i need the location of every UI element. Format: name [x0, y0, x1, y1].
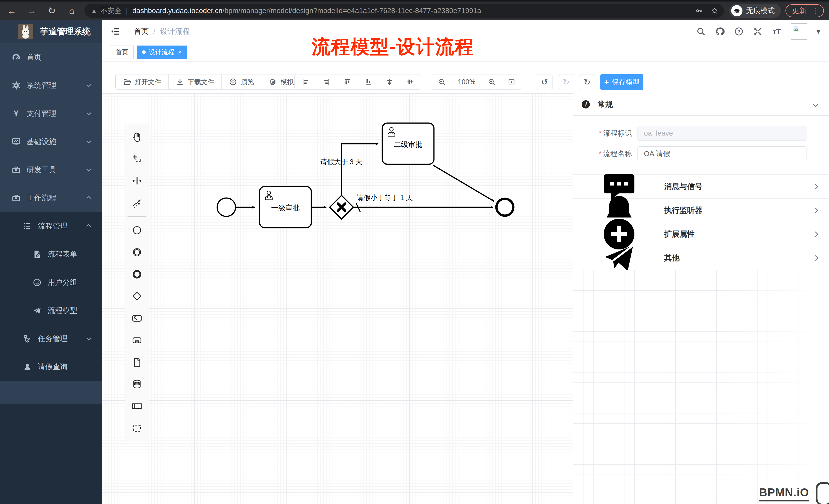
global-connect-tool-icon[interactable] [125, 192, 149, 214]
process-name-input[interactable] [638, 146, 806, 161]
browser-nav-buttons: ←→↻⌂ [0, 5, 84, 16]
chevron-icon [86, 224, 91, 228]
create-group-icon[interactable] [125, 417, 149, 439]
page-title: 流程模型-设计流程 [312, 34, 474, 60]
back-icon[interactable]: ← [7, 5, 17, 16]
create-start-event-icon[interactable] [125, 219, 149, 241]
sidebar-item-label: 系统管理 [27, 80, 56, 90]
lasso-tool-icon[interactable] [125, 148, 149, 170]
zoom-button-group: 100% [431, 74, 521, 89]
chevron-right-icon [813, 184, 818, 189]
sidebar-item-user-group[interactable]: 用户分组 [0, 268, 102, 297]
tab-home[interactable]: 首页 [110, 45, 134, 59]
end-event[interactable] [497, 199, 513, 216]
space-tool-icon[interactable] [125, 170, 149, 192]
start-event[interactable] [217, 198, 236, 217]
align-center-horizontal-icon[interactable] [379, 74, 400, 89]
search-icon[interactable] [696, 27, 706, 36]
align-right-icon[interactable] [316, 74, 337, 89]
sidebar-item-infra[interactable]: 基础设施 [0, 128, 102, 156]
sidebar-item-payment[interactable]: 支付管理 [0, 100, 102, 128]
github-icon[interactable] [715, 27, 725, 36]
font-size-icon[interactable] [772, 27, 782, 36]
sidebar-item-process-model[interactable]: 流程模型 [0, 297, 102, 325]
sidebar: 芋道管理系统 首页 系统管理 支付管理 基础设施 [0, 20, 102, 504]
bookmark-star-icon[interactable] [711, 7, 718, 14]
create-subprocess-icon[interactable] [125, 329, 149, 351]
zoom-out-button[interactable] [431, 74, 452, 89]
breadcrumb-current: 设计流程 [160, 26, 190, 37]
preview-button[interactable]: 预览 [221, 74, 261, 89]
task-second-approval[interactable]: 二级审批 [382, 123, 434, 164]
flow-gateway-to-task2[interactable] [341, 144, 379, 195]
refresh-button[interactable]: ↻ [579, 74, 595, 90]
sidebar-item-label: 流程表单 [48, 249, 77, 260]
fullscreen-icon[interactable] [753, 27, 763, 36]
align-left-icon[interactable] [295, 74, 316, 89]
reload-icon[interactable]: ↻ [46, 5, 57, 16]
sidebar-item-icon [11, 81, 21, 90]
app-logo-row[interactable]: 芋道管理系统 [0, 20, 102, 43]
create-end-event-icon[interactable] [125, 263, 149, 285]
browser-menu-icon[interactable]: ⋮ [812, 7, 819, 15]
zoom-reset-button[interactable] [502, 74, 521, 89]
exclusive-gateway[interactable] [330, 195, 353, 219]
redo-button[interactable]: ↻ [558, 74, 574, 90]
create-gateway-icon[interactable] [125, 285, 149, 307]
breadcrumb-home[interactable]: 首页 [134, 26, 149, 37]
create-user-task-icon[interactable] [125, 307, 149, 329]
hand-tool-icon[interactable] [125, 126, 149, 148]
help-icon[interactable] [734, 27, 744, 36]
sidebar-item-process-form[interactable]: 流程表单 [0, 240, 102, 268]
bpmn-io-logo[interactable]: BPMN.iO [759, 482, 817, 501]
sidebar-item-label: 研发工具 [27, 165, 56, 175]
task-first-approval[interactable]: 一级审批 [260, 187, 311, 228]
sidebar-item-home[interactable]: 首页 [0, 43, 102, 71]
create-pool-icon[interactable] [125, 395, 149, 417]
open-file-button[interactable]: 打开文件 [115, 74, 169, 89]
avatar[interactable] [791, 23, 807, 40]
sidebar-toggle-icon[interactable] [110, 26, 120, 37]
sidebar-item-leave-query[interactable]: 请假查询 [0, 353, 102, 381]
download-file-button[interactable]: 下载文件 [169, 74, 221, 89]
undo-button[interactable]: ↺ [537, 74, 552, 90]
palette-shape-icon [131, 224, 143, 236]
process-key-input[interactable] [638, 126, 806, 141]
panel-section-general[interactable]: 常规 [573, 93, 829, 115]
forward-icon[interactable]: → [27, 5, 37, 16]
home-icon[interactable]: ⌂ [67, 5, 77, 16]
browser-update-button[interactable]: 更新 ⋮ [786, 4, 824, 17]
chevron-down-icon[interactable]: ▾ [817, 27, 820, 36]
tab-design-process[interactable]: 设计流程 × [137, 45, 187, 59]
app-title: 芋道管理系统 [40, 26, 91, 37]
align-top-icon[interactable] [337, 74, 358, 89]
incognito-badge: 无痕模式 [729, 4, 781, 18]
address-bar[interactable]: ▲ 不安全 | dashboard.yudao.iocoder.cn/bpm/m… [84, 4, 724, 18]
align-center-vertical-icon[interactable] [400, 74, 421, 89]
align-icon [385, 78, 394, 86]
tab-close-icon[interactable]: × [178, 49, 182, 56]
browser-chrome: ←→↻⌂ ▲ 不安全 | dashboard.yudao.iocoder.cn/… [0, 0, 829, 20]
task2-label: 二级审批 [394, 141, 423, 148]
save-model-button[interactable]: + 保存模型 [600, 74, 643, 90]
warning-icon: ▲ [91, 7, 97, 14]
sidebar-item-task-mgmt[interactable]: 任务管理 [0, 325, 102, 353]
zoom-in-button[interactable] [481, 74, 502, 89]
properties-panel: 常规 *流程标识 *流程名称 [573, 93, 829, 504]
create-data-object-icon[interactable] [125, 351, 149, 373]
sidebar-item-label: 任务管理 [38, 334, 68, 344]
panel-section-other[interactable]: 其他 [573, 246, 829, 270]
create-intermediate-event-icon[interactable] [125, 241, 149, 263]
url-text[interactable]: dashboard.yudao.iocoder.cn/bpm/manager/m… [132, 7, 695, 15]
sidebar-item-system[interactable]: 系统管理 [0, 71, 102, 100]
key-icon[interactable] [695, 7, 703, 14]
chevron-icon [86, 336, 91, 340]
sidebar-item-workflow[interactable]: 工作流程 [0, 184, 102, 212]
align-bottom-icon[interactable] [358, 74, 379, 89]
sidebar-item-devtools[interactable]: 研发工具 [0, 156, 102, 184]
security-label[interactable]: 不安全 [101, 6, 121, 15]
sidebar-item-process-mgmt[interactable]: 流程管理 [0, 212, 102, 240]
flow-task2-to-end[interactable] [433, 165, 494, 201]
chevron-icon [86, 167, 91, 171]
create-data-store-icon[interactable] [125, 373, 149, 395]
